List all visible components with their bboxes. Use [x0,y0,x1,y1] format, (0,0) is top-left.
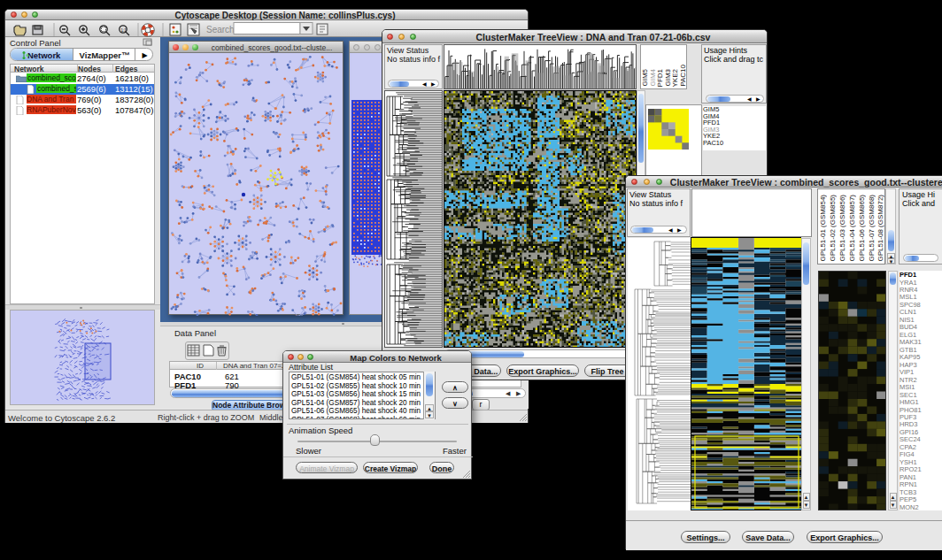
svg-text:Search:: Search: [206,25,236,35]
svg-text:1:1: 1:1 [121,28,127,33]
